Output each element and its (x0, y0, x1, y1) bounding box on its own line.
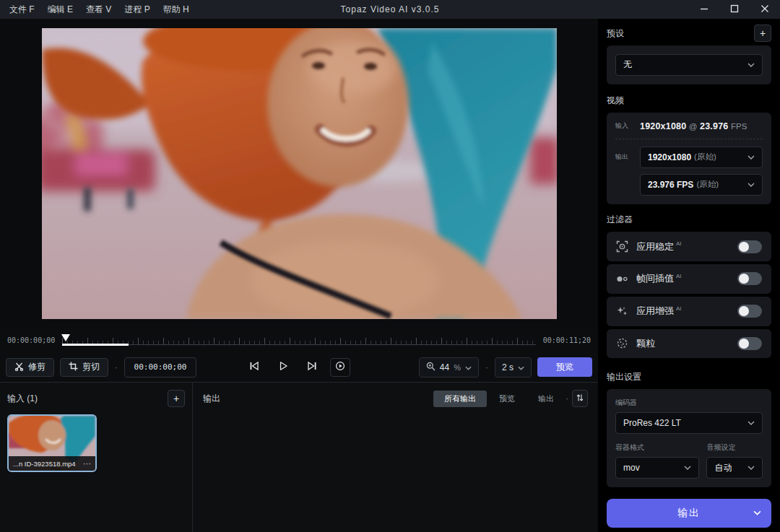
preview-duration-select[interactable]: 2 s (495, 357, 532, 378)
interpolation-toggle[interactable] (737, 272, 762, 285)
stabilization-toggle[interactable] (737, 240, 762, 253)
preview-button[interactable]: 预览 (537, 357, 592, 377)
filter-enhancement: 应用增强AI (607, 297, 771, 326)
chevron-down-icon (748, 155, 755, 160)
output-resolution-suffix: (原始) (694, 152, 716, 162)
export-button[interactable]: 输出 (607, 499, 771, 528)
next-frame-button[interactable] (301, 357, 323, 378)
at-symbol: @ (689, 122, 698, 131)
input-resolution: 1920x1080 (640, 121, 686, 131)
ai-badge: AI (676, 273, 682, 279)
chevron-down-icon (753, 510, 761, 515)
close-button[interactable] (750, 0, 780, 19)
tab-previews[interactable]: 预览 (488, 391, 526, 407)
input-framerate: 23.976 (700, 121, 728, 131)
timeline: 00:00:00;00 00:00:11;20 (0, 328, 598, 352)
filter-frame-interpolation: 帧间插值AI (607, 264, 771, 294)
menu-help[interactable]: 帮助 H (157, 0, 196, 19)
filter-label: 应用稳定 (636, 241, 674, 252)
plus-icon: + (173, 393, 179, 404)
input-panel-title: 输入 (1) (7, 393, 38, 405)
maximize-button[interactable] (719, 0, 750, 19)
preview-duration-value: 2 s (502, 362, 514, 372)
window-controls (689, 0, 780, 19)
loop-playback-button[interactable] (330, 358, 350, 377)
stabilize-icon (616, 240, 629, 253)
menu-process[interactable]: 进程 P (118, 0, 156, 19)
maximize-icon (730, 4, 739, 15)
preset-select[interactable]: 无 (615, 54, 763, 76)
input-badge: 输入 (615, 121, 633, 131)
grain-toggle[interactable] (737, 337, 762, 350)
current-time-input[interactable] (124, 357, 196, 378)
transport-bar: 修剪 剪切 · (0, 352, 598, 382)
output-framerate-suffix: (原始) (696, 179, 719, 190)
app-window: 文件 F 编辑 E 查看 V 进程 P 帮助 H Topaz Video AI … (0, 0, 780, 532)
chevron-down-icon (465, 362, 472, 372)
input-panel: 输入 (1) + (0, 383, 193, 532)
crop-button[interactable]: 剪切 (60, 358, 108, 377)
output-tabs: 所有输出 预览 输出 (433, 391, 565, 407)
tab-all-outputs[interactable]: 所有输出 (433, 391, 487, 407)
presets-card: 无 (607, 45, 771, 84)
chevron-down-icon (748, 466, 755, 470)
add-input-button[interactable]: + (168, 390, 185, 407)
sparkles-icon (616, 305, 629, 318)
audio-label: 音频设定 (706, 442, 763, 453)
add-preset-button[interactable]: + (754, 25, 771, 42)
sort-button[interactable] (572, 390, 588, 407)
output-settings-title: 输出设置 (607, 371, 641, 383)
timeline-progress (62, 344, 129, 346)
chevron-down-icon (748, 63, 755, 67)
zoom-unit: % (454, 363, 461, 372)
trim-button[interactable]: 修剪 (6, 358, 54, 377)
audio-select[interactable]: 自动 (706, 457, 763, 479)
previous-frame-icon (249, 361, 259, 373)
timeline-playhead[interactable] (61, 334, 70, 341)
ai-badge: AI (676, 240, 682, 247)
output-framerate-select[interactable]: 23.976 FPS (原始) (640, 174, 763, 196)
video-card: 输入 1920x1080 @ 23.976 FPS 输出 1920x1080 (… (607, 113, 771, 204)
scissors-icon (14, 362, 24, 373)
clip-more-button[interactable]: ⋯ (83, 460, 91, 468)
output-panel: 输出 所有输出 预览 输出 · (193, 383, 598, 532)
separator-dot: · (485, 362, 489, 372)
crop-icon (69, 362, 78, 373)
loop-play-icon (335, 361, 345, 373)
separator-dot: · (565, 393, 569, 404)
output-framerate-value: 23.976 FPS (648, 180, 693, 190)
container-select[interactable]: mov (615, 457, 699, 479)
video-section-title: 视频 (607, 95, 624, 107)
separator-dot: · (114, 362, 118, 372)
clip-footer: ...n ID-3923518.mp4 ⋯ (9, 456, 95, 471)
ai-badge: AI (676, 305, 682, 312)
chevron-down-icon (748, 421, 755, 425)
toggle-knob (739, 306, 749, 316)
filter-label: 帧间插值 (636, 273, 674, 284)
titlebar: 文件 F 编辑 E 查看 V 进程 P 帮助 H Topaz Video AI … (0, 0, 780, 19)
minimize-icon (700, 4, 708, 15)
interpolation-icon (616, 273, 629, 285)
play-button[interactable] (272, 357, 294, 378)
menu-view[interactable]: 查看 V (79, 0, 118, 19)
play-icon (278, 361, 288, 373)
minimize-button[interactable] (689, 0, 719, 19)
timeline-ruler[interactable] (62, 335, 536, 346)
enhancement-toggle[interactable] (737, 305, 762, 318)
container-label: 容器格式 (615, 442, 699, 453)
input-clip-card[interactable]: ...n ID-3923518.mp4 ⋯ (7, 414, 97, 472)
export-button-label: 输出 (677, 507, 701, 520)
timeline-end-timecode: 00:00:11;20 (543, 336, 591, 344)
menu-edit[interactable]: 编辑 E (41, 0, 79, 19)
toggle-knob (739, 242, 749, 252)
clip-filename: ...n ID-3923518.mp4 (13, 460, 80, 468)
previous-frame-button[interactable] (243, 357, 265, 378)
output-panel-title: 输出 (203, 393, 220, 405)
encoder-select[interactable]: ProRes 422 LT (615, 412, 763, 434)
chevron-down-icon (748, 183, 755, 187)
output-resolution-select[interactable]: 1920x1080 (原始) (640, 147, 763, 168)
tab-exports[interactable]: 输出 (527, 391, 565, 407)
zoom-control[interactable]: 44 % (419, 357, 479, 378)
menu-file[interactable]: 文件 F (3, 0, 41, 19)
filter-grain: 颗粒 (607, 329, 771, 359)
